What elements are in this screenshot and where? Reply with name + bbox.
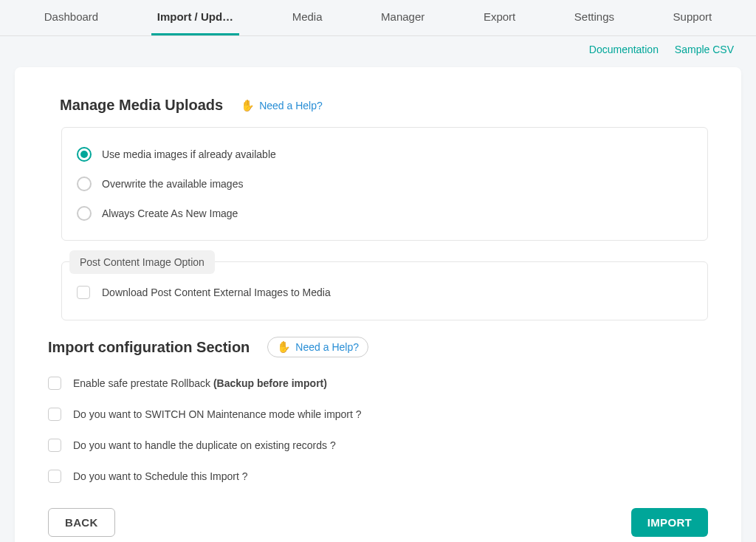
config-section-header: Import configuration Section ✋ Need a He… [48,337,708,357]
checkbox-maintenance[interactable]: Do you want to SWITCH ON Maintenance mod… [48,399,708,430]
import-button[interactable]: IMPORT [631,508,708,537]
radio-use-existing[interactable]: Use media images if already available [77,140,693,169]
radio-use-existing-label: Use media images if already available [102,148,276,160]
tab-manager[interactable]: Manager [375,0,430,35]
radio-icon [77,147,92,162]
button-row: BACK IMPORT [48,508,708,537]
tab-export[interactable]: Export [478,0,521,35]
radio-overwrite[interactable]: Overwrite the available images [77,169,693,199]
tab-dashboard[interactable]: Dashboard [38,0,104,35]
radio-icon [77,176,92,191]
media-radio-group: Use media images if already available Ov… [61,127,708,241]
post-content-legend: Post Content Image Option [69,250,215,274]
post-content-fieldset: Post Content Image Option Download Post … [61,261,708,320]
checkbox-rollback-label: Enable safe prestate Rollback (Backup be… [73,377,327,389]
tab-media[interactable]: Media [286,0,329,35]
checkbox-download-external-label: Download Post Content External Images to… [102,287,331,298]
checkbox-duplicate[interactable]: Do you want to handle the duplicate on e… [48,430,708,461]
radio-create-new[interactable]: Always Create As New Image [77,199,693,228]
sublink-bar: Documentation Sample CSV [0,36,756,60]
link-sample-csv[interactable]: Sample CSV [675,44,734,55]
checkbox-icon [48,439,61,452]
tab-settings[interactable]: Settings [568,0,620,35]
checkbox-icon [77,286,90,299]
checkbox-icon [48,408,61,421]
help-link-config[interactable]: ✋ Need a Help? [267,337,368,357]
checkbox-duplicate-label: Do you want to handle the duplicate on e… [73,439,336,451]
hand-icon: ✋ [277,340,291,354]
help-link-config-label: Need a Help? [295,341,359,353]
checkbox-schedule-label: Do you want to Schedule this Import ? [73,470,248,482]
checkbox-maintenance-label: Do you want to SWITCH ON Maintenance mod… [73,408,362,420]
help-link-media[interactable]: ✋ Need a Help? [241,99,323,112]
link-documentation[interactable]: Documentation [589,44,659,55]
back-button[interactable]: BACK [48,508,115,537]
checkbox-schedule[interactable]: Do you want to Schedule this Import ? [48,461,708,492]
radio-icon [77,206,92,221]
config-checkbox-group: Enable safe prestate Rollback (Backup be… [48,368,708,492]
tab-support[interactable]: Support [667,0,718,35]
media-section-header: Manage Media Uploads ✋ Need a Help? [60,97,708,114]
radio-overwrite-label: Overwrite the available images [102,178,243,190]
main-card: Manage Media Uploads ✋ Need a Help? Use … [15,67,741,542]
hand-icon: ✋ [241,99,255,112]
tab-bar: Dashboard Import / Upd… Media Manager Ex… [0,0,756,36]
checkbox-rollback[interactable]: Enable safe prestate Rollback (Backup be… [48,368,708,399]
tab-import[interactable]: Import / Upd… [151,0,239,35]
config-section-title: Import configuration Section [48,339,250,356]
media-section-title: Manage Media Uploads [60,97,223,114]
radio-create-new-label: Always Create As New Image [102,207,238,219]
checkbox-icon [48,377,61,390]
checkbox-icon [48,470,61,483]
checkbox-download-external[interactable]: Download Post Content External Images to… [77,278,693,306]
help-link-media-label: Need a Help? [259,100,323,112]
